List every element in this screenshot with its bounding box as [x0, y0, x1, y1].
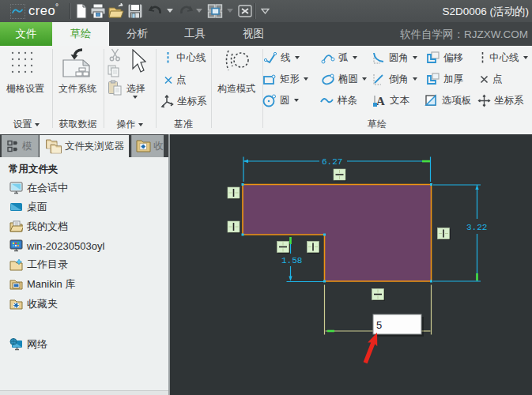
svg-text:5: 5 [376, 319, 382, 331]
svg-text:3.22: 3.22 [466, 223, 487, 232]
svg-text:A: A [376, 95, 385, 107]
svg-text:1.58: 1.58 [281, 256, 302, 265]
svg-text:6.27: 6.27 [322, 157, 342, 167]
